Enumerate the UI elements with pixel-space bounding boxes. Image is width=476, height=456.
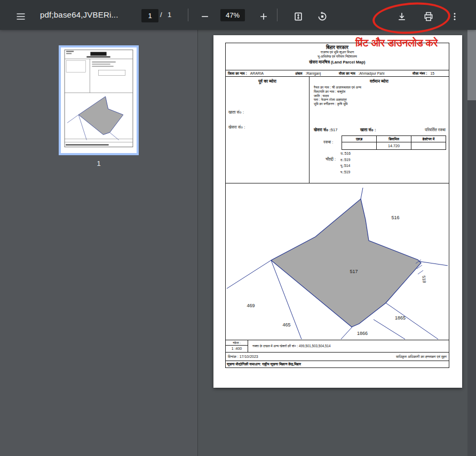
district-label: जिला का नाम : bbox=[228, 71, 247, 76]
rakba-value-row: 14.720 bbox=[342, 142, 446, 149]
owner-line: पिता/पति का नाम : बासुदेव bbox=[314, 90, 361, 94]
mauja-label: मौजा का नाम bbox=[339, 71, 355, 76]
rotate-icon[interactable] bbox=[316, 10, 329, 23]
zoom-level[interactable]: 47% bbox=[220, 9, 245, 21]
chauhaddi-east: पू.:514 bbox=[340, 163, 351, 169]
rakba-header-row: एकड़ डिसमिल हेक्टेयर में bbox=[342, 136, 446, 142]
prev-khesra-label: खेसरा सं० : bbox=[228, 125, 245, 130]
boundary-line bbox=[227, 260, 271, 289]
toolbar-separator bbox=[277, 9, 277, 21]
rakba-header-hectare: हेक्टेयर में bbox=[411, 136, 446, 142]
rakba-value-hectare bbox=[411, 142, 446, 149]
plot-label-465: 465 bbox=[282, 322, 290, 327]
chauhaddi-south: द.:519 bbox=[340, 157, 351, 163]
header-directorate: भू-अभिलेख एवं परिमाप निदेशालय bbox=[226, 54, 449, 59]
chauhaddi-north: उ.:516 bbox=[340, 150, 351, 157]
rakba-header-decimal: डिसमिल bbox=[377, 136, 411, 142]
boundary-line bbox=[361, 188, 363, 199]
anchal-info: अंचल :Raniganj bbox=[295, 71, 321, 76]
signature-text: प्राधिकृत अधिकारी का हस्ताक्षर एवं मुहर bbox=[396, 355, 447, 359]
menu-icon[interactable] bbox=[14, 10, 27, 23]
plot-label-469: 469 bbox=[247, 303, 255, 308]
page-number-input[interactable] bbox=[141, 9, 158, 22]
rakba-header-acre: एकड़ bbox=[342, 136, 377, 142]
scrollbar-thumb[interactable] bbox=[467, 30, 476, 100]
owner-details: रैयत का नाम : श्री अजायबलाल एवं अन्य पित… bbox=[314, 85, 361, 106]
mauja-info: मौजा का नाम :Ahmadpur Pahi bbox=[339, 71, 384, 76]
header-map-title: खेसरा मानचित्र (Land Parcel Map) bbox=[226, 60, 449, 65]
current-details-title: वर्तमान ब्योरा bbox=[310, 77, 449, 84]
rakba-table: एकड़ डिसमिल हेक्टेयर में 14.720 bbox=[342, 135, 446, 150]
page-divider: / bbox=[160, 0, 162, 30]
mauja-number-info: मौजा नंबर : 15 bbox=[412, 71, 434, 76]
plot-label-1866: 1866 bbox=[357, 331, 368, 336]
document-header: बिहार सरकार राजस्व एवं भूमि सुधार विभाग … bbox=[226, 43, 449, 70]
curr-khesra-value: 517 bbox=[331, 127, 338, 132]
curr-khesra-label: खेसरा सं० : bbox=[314, 127, 331, 132]
plot-label-518: 518 bbox=[421, 276, 426, 284]
plot-label-517: 517 bbox=[350, 269, 358, 274]
document-footer: सूचना प्रौद्योगिकी समाधान: राष्ट्रीय सूच… bbox=[226, 361, 449, 367]
page-thumbnail-image[interactable] bbox=[59, 45, 139, 155]
location-info-row: जिला का नाम : ARARIA अंचल :Raniganj मौजा… bbox=[226, 70, 449, 77]
thumbnail-page-number: 1 bbox=[59, 159, 139, 167]
pdf-page: बिहार सरकार राजस्व एवं भूमि सुधार विभाग … bbox=[213, 35, 462, 388]
plot-label-516: 516 bbox=[391, 215, 399, 220]
boundary-line bbox=[374, 319, 405, 339]
other-khesra-note: नक्शा के दखल में अन्य खेसरों की सं० : 49… bbox=[252, 344, 331, 348]
pdf-toolbar: pdf;base64,JVBERi... / 1 47% bbox=[0, 0, 476, 30]
scale-label: स्केल : bbox=[226, 340, 248, 346]
print-icon[interactable] bbox=[422, 10, 435, 23]
district-info: जिला का नाम : ARARIA bbox=[228, 71, 264, 76]
anchal-label: अंचल bbox=[295, 71, 303, 76]
plot-label-1865: 1865 bbox=[395, 315, 406, 321]
chauhaddi-west: प.:519 bbox=[340, 169, 351, 175]
fit-page-icon[interactable] bbox=[292, 10, 305, 23]
previous-details-title: पूर्व का ब्योरा bbox=[226, 77, 309, 84]
district-value: ARARIA bbox=[250, 71, 264, 76]
owner-line: भूमि का वर्गीकरण : कृषि भूमि bbox=[314, 102, 361, 106]
parcel-map: 517 516 518 469 465 1865 1866 bbox=[226, 183, 449, 340]
curr-khata-label-text: खाता सं० : bbox=[360, 127, 376, 132]
curr-khata-label: खाता सं० : bbox=[360, 127, 376, 133]
boundary-line bbox=[341, 327, 352, 339]
parivartit-rakba-label: परिवर्तित रकबा bbox=[425, 127, 446, 133]
header-department: राजस्व एवं भूमि सुधार विभाग bbox=[226, 50, 449, 54]
document-title: pdf;base64,JVBERi... bbox=[40, 0, 118, 30]
boundary-line bbox=[419, 261, 448, 266]
date-text: दिनांक : 17/10/2023 bbox=[228, 355, 258, 359]
scale-row: स्केल : 1 :400 नक्शा के दखल में अन्य खेस… bbox=[226, 340, 449, 353]
more-vert-icon[interactable] bbox=[449, 10, 460, 23]
date-row: दिनांक : 17/10/2023 प्राधिकृत अधिकारी का… bbox=[226, 353, 449, 361]
scale-cell: स्केल : 1 :400 bbox=[226, 340, 248, 352]
page-thumbnail[interactable]: 1 bbox=[59, 45, 139, 167]
parcel-map-drawing: 517 516 518 469 465 1865 1866 bbox=[226, 183, 449, 340]
anchal-value: :Raniganj bbox=[306, 71, 321, 76]
land-parcel-document: बिहार सरकार राजस्व एवं भूमि सुधार विभाग … bbox=[225, 43, 449, 368]
pdf-viewer-area: बिहार सरकार राजस्व एवं भूमि सुधार विभाग … bbox=[198, 30, 476, 456]
curr-khesra: खेसरा सं० :517 bbox=[314, 127, 337, 133]
page-total: 1 bbox=[168, 0, 171, 30]
rakba-label: रकबा : bbox=[323, 140, 333, 145]
vertical-scrollbar[interactable] bbox=[467, 30, 476, 456]
zoom-out-icon[interactable] bbox=[199, 10, 211, 23]
thumbnail-panel: 1 bbox=[0, 30, 198, 456]
chauhaddi-values: उ.:516 द.:519 पू.:514 प.:519 bbox=[340, 150, 351, 175]
mauja-number-label: मौजा नंबर : bbox=[412, 71, 427, 76]
rakba-value-decimal: 14.720 bbox=[377, 142, 411, 149]
scale-value: 1 :400 bbox=[226, 346, 248, 352]
rakba-value-acre bbox=[342, 142, 377, 149]
download-icon[interactable] bbox=[395, 10, 408, 23]
owner-line: रैयत का नाम : श्री अजायबलाल एवं अन्य bbox=[314, 85, 361, 90]
previous-details-column: पूर्व का ब्योरा खाता सं० : खेसरा सं० : bbox=[226, 77, 310, 183]
zoom-in-icon[interactable] bbox=[257, 10, 270, 23]
current-details-column: वर्तमान ब्योरा रैयत का नाम : श्री अजायबल… bbox=[310, 77, 449, 183]
header-government: बिहार सरकार bbox=[226, 45, 449, 50]
details-columns: पूर्व का ब्योरा खाता सं० : खेसरा सं० : व… bbox=[226, 77, 449, 183]
mauja-number-value: 15 bbox=[431, 71, 435, 76]
owner-line: पता : फेकन टोला अहमदपुर bbox=[314, 98, 361, 102]
hatch-tick bbox=[418, 270, 423, 274]
boundary-line bbox=[386, 303, 438, 339]
prev-khata-label: खाता सं० : bbox=[228, 110, 244, 115]
chauhaddi-label: चौहद्दी : bbox=[326, 157, 336, 162]
